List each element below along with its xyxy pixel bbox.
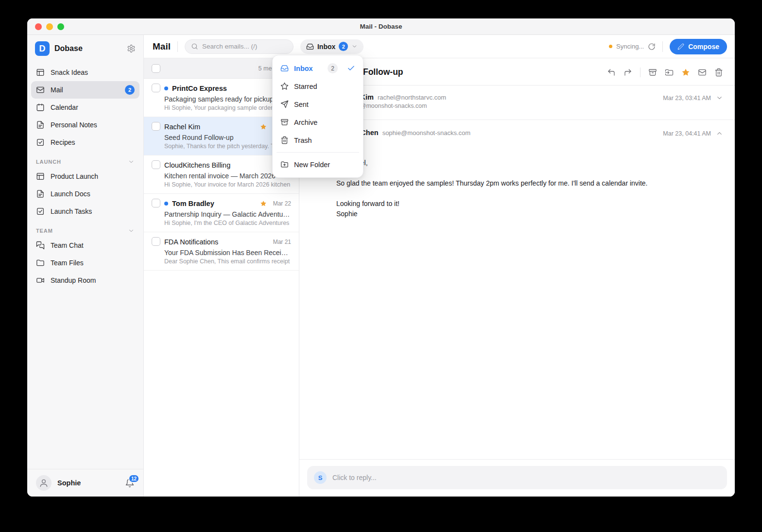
traffic-lights xyxy=(35,18,64,34)
sidebar-item-personal-notes[interactable]: Personal Notes xyxy=(31,116,139,134)
sidebar-header: D Dobase xyxy=(27,35,143,61)
email-sender: PrintCo Express xyxy=(172,85,227,92)
chevron-up-icon[interactable] xyxy=(716,130,723,137)
archive-icon[interactable] xyxy=(648,68,657,77)
menu-item-new-folder[interactable]: New Folder xyxy=(277,155,359,173)
refresh-icon[interactable] xyxy=(648,43,656,51)
select-all-checkbox[interactable] xyxy=(152,64,160,73)
star-icon[interactable] xyxy=(260,200,267,207)
menu-item-archive[interactable]: Archive xyxy=(277,113,359,131)
section-title: LAUNCH xyxy=(36,159,128,165)
sidebar-item-label: Team Chat xyxy=(51,241,135,249)
email-sender: Tom Bradley xyxy=(172,200,214,207)
move-to-folder-icon[interactable] xyxy=(665,68,674,77)
person-icon xyxy=(39,478,49,488)
sidebar-item-mail[interactable]: Mail 2 xyxy=(31,81,139,99)
search-input[interactable] xyxy=(202,43,280,50)
sidebar-item-launch-tasks[interactable]: Launch Tasks xyxy=(31,203,139,220)
message-header-rachel[interactable]: Rachel Kim rachel@northstarvc.com to sop… xyxy=(299,86,735,120)
menu-item-starred[interactable]: Starred xyxy=(277,77,359,95)
note-icon xyxy=(36,189,45,198)
reply-placeholder: Click to reply... xyxy=(332,474,377,481)
email-preview: Dear Sophie Chen, This email confirms re… xyxy=(164,258,291,265)
reply-icon[interactable] xyxy=(607,68,616,77)
sidebar-item-label: Launch Tasks xyxy=(51,207,135,215)
divider xyxy=(299,459,735,460)
compose-button[interactable]: Compose xyxy=(670,39,727,54)
check-icon xyxy=(347,64,355,72)
gear-icon[interactable] xyxy=(127,44,136,53)
sidebar-item-team-files[interactable]: Team Files xyxy=(31,254,139,272)
inbox-icon xyxy=(280,64,289,72)
video-icon xyxy=(36,276,45,285)
message-sender-email: rachel@northstarvc.com xyxy=(378,94,446,101)
chevron-down-icon xyxy=(128,227,135,234)
sidebar-item-label: Calendar xyxy=(51,103,135,111)
sidebar-item-team-chat[interactable]: Team Chat xyxy=(31,237,139,254)
notifications-button[interactable]: 12 xyxy=(125,478,135,488)
folder-selector-button[interactable]: Inbox 2 xyxy=(300,39,364,54)
star-icon[interactable] xyxy=(681,68,690,77)
forward-icon[interactable] xyxy=(623,68,632,77)
titlebar: Mail - Dobase xyxy=(27,18,735,35)
zoom-window-button[interactable] xyxy=(57,23,64,30)
search-icon xyxy=(191,43,198,50)
menu-item-label: Inbox xyxy=(294,65,313,72)
sidebar-item-label: Recipes xyxy=(51,138,135,146)
body-line: Hi Rachel, xyxy=(336,158,723,168)
email-sender: Rachel Kim xyxy=(164,123,200,131)
sidebar-item-recipes[interactable]: Recipes xyxy=(31,134,139,151)
reply-input[interactable]: S Click to reply... xyxy=(307,466,727,489)
sidebar-item-snack-ideas[interactable]: Snack Ideas xyxy=(31,64,139,81)
message-date: Mar 23, 04:41 AM xyxy=(663,130,711,137)
sidebar-section-team[interactable]: TEAM xyxy=(31,223,139,237)
email-row-fda[interactable]: FDA Notifications Mar 21 Your FDA Submis… xyxy=(144,232,299,271)
email-checkbox[interactable] xyxy=(152,122,160,131)
sidebar-item-standup-room[interactable]: Standup Room xyxy=(31,272,139,289)
email-checkbox[interactable] xyxy=(152,199,160,207)
email-subject: Your FDA Submission Has Been Received xyxy=(164,249,291,257)
menu-item-sent[interactable]: Sent xyxy=(277,95,359,113)
main-content: Mail Inbox 2 Syncing... xyxy=(144,35,735,497)
minimize-window-button[interactable] xyxy=(46,23,53,30)
avatar xyxy=(36,475,52,491)
message-header-sophie[interactable]: Sophie Chen sophie@moonshot-snacks.com M… xyxy=(299,120,735,155)
email-checkbox[interactable] xyxy=(152,160,160,169)
compose-label: Compose xyxy=(688,43,719,51)
send-icon xyxy=(280,100,289,108)
message-date: Mar 23, 03:41 AM xyxy=(663,95,711,102)
email-checkbox[interactable] xyxy=(152,237,160,246)
chevron-down-icon xyxy=(351,43,358,50)
sidebar-item-label: Launch Docs xyxy=(51,190,135,198)
mark-unread-icon[interactable] xyxy=(698,68,707,77)
sidebar-user-row[interactable]: Sophie 12 xyxy=(27,469,143,497)
email-sender: FDA Notifications xyxy=(164,238,218,246)
trash-icon[interactable] xyxy=(714,68,723,77)
menu-item-trash[interactable]: Trash xyxy=(277,131,359,149)
sidebar-item-product-launch[interactable]: Product Launch xyxy=(31,168,139,185)
detail-header: Seed Round Follow-up xyxy=(299,58,735,86)
email-subject: Partnership Inquiry — Galactic Adventure… xyxy=(164,210,291,218)
sidebar-section-launch[interactable]: LAUNCH xyxy=(31,154,139,168)
search-box[interactable] xyxy=(185,39,294,54)
body-line: Sophie xyxy=(336,209,723,219)
email-checkbox[interactable] xyxy=(152,84,160,92)
menu-item-inbox[interactable]: Inbox 2 xyxy=(277,59,359,77)
mail-topbar: Mail Inbox 2 Syncing... xyxy=(144,35,735,58)
close-window-button[interactable] xyxy=(35,23,42,30)
folder-plus-icon xyxy=(280,160,289,169)
email-sender: CloudKitchens Billing xyxy=(164,161,230,169)
user-name: Sophie xyxy=(57,479,119,487)
app-name: Dobase xyxy=(54,44,122,53)
sidebar-item-calendar[interactable]: Calendar xyxy=(31,99,139,116)
email-row-tom-bradley[interactable]: Tom Bradley Mar 22 Partnership Inquiry —… xyxy=(144,194,299,232)
folder-dropdown-menu: Inbox 2 Starred Sent Archive Trash New F… xyxy=(272,55,364,178)
divider xyxy=(177,41,178,52)
star-icon[interactable] xyxy=(260,123,267,130)
divider xyxy=(662,41,663,52)
menu-divider xyxy=(277,152,359,153)
section-title: TEAM xyxy=(36,228,128,234)
sidebar-item-launch-docs[interactable]: Launch Docs xyxy=(31,185,139,203)
chevron-down-icon[interactable] xyxy=(716,94,723,102)
pencil-icon xyxy=(677,43,684,50)
